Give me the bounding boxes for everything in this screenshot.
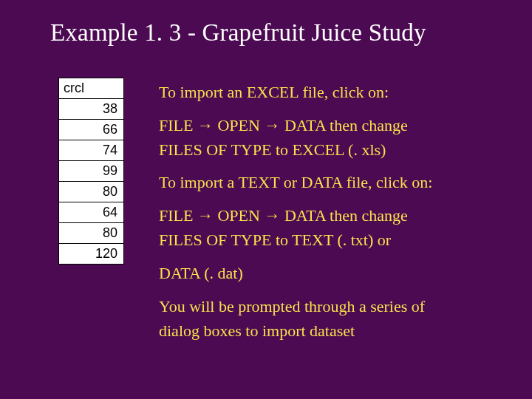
cell: 64: [59, 202, 124, 223]
table-row: 120: [59, 244, 124, 265]
table-row: 80: [59, 223, 124, 244]
cell: 80: [59, 223, 124, 244]
cell: 120: [59, 244, 124, 265]
cell: 99: [59, 161, 124, 182]
paragraph: FILES OF TYPE to TEXT (. txt) or: [159, 231, 494, 250]
paragraph: To import a TEXT or DATA file, click on:: [159, 173, 494, 193]
cell: 80: [59, 182, 124, 202]
paragraph: DATA (. dat): [159, 264, 494, 284]
table-row: 99: [59, 161, 124, 182]
paragraph: dialog boxes to import dataset: [159, 321, 494, 341]
page-title: Example 1. 3 - Grapefruit Juice Study: [50, 19, 510, 47]
table-row: 66: [59, 120, 124, 140]
paragraph: You will be prompted through a series of: [159, 297, 494, 317]
slide: Example 1. 3 - Grapefruit Juice Study cr…: [0, 0, 532, 399]
table-row: 74: [59, 140, 124, 161]
table-row: 64: [59, 202, 124, 223]
paragraph: FILES OF TYPE to EXCEL (. xls): [159, 140, 494, 160]
cell: 38: [59, 99, 124, 120]
table-row: 80: [59, 182, 124, 202]
paragraph: To import an EXCEL file, click on:: [159, 83, 494, 103]
cell: 66: [59, 120, 124, 140]
column-header: crcl: [59, 78, 124, 99]
data-table: crcl 38 66 74 99 80 64 80 120: [58, 78, 124, 265]
table-row: 38: [59, 99, 124, 120]
body-text: To import an EXCEL file, click on: FILE …: [159, 83, 494, 354]
paragraph: FILE → OPEN → DATA then change: [159, 206, 494, 226]
paragraph: FILE → OPEN → DATA then change: [159, 116, 494, 136]
cell: 74: [59, 140, 124, 161]
